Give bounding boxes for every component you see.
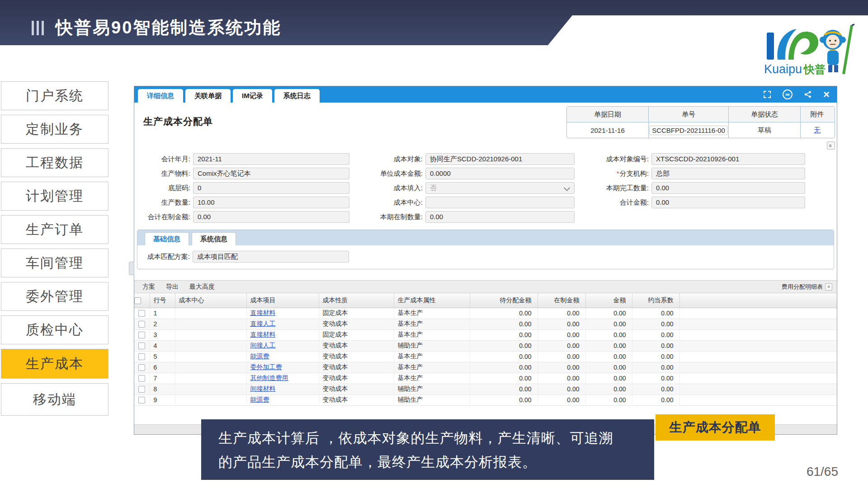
close-icon[interactable]: × (823, 89, 830, 100)
sidebar-item-label: 计划管理 (26, 187, 84, 206)
col-header-cost-item[interactable]: 成本项目 (246, 293, 319, 308)
col-header-cost-nature[interactable]: 成本性质 (319, 293, 394, 308)
cost-item-link[interactable]: 委外加工费 (250, 363, 282, 371)
prod-qty-field[interactable]: 10.00 (193, 197, 349, 208)
row-checkbox[interactable] (138, 386, 145, 393)
fiscal-period-field[interactable]: 2021-11 (193, 153, 349, 165)
attachment-link[interactable]: 无 (814, 126, 821, 135)
cost-object-no-field[interactable]: XTSCSCDD-20210926-001 (651, 153, 805, 165)
col-header-row-no[interactable]: 行号 (150, 293, 175, 308)
row-checkbox[interactable] (138, 310, 145, 317)
erp-window: 详细信息 关联单据 IM记录 系统日志 IM × 生产成本分配单 单据日期 单号… (134, 86, 837, 435)
toolbar-export-button[interactable]: 导出 (166, 283, 179, 291)
sidebar-item-quality-center[interactable]: 质检中心 (1, 315, 108, 344)
cost-item-link[interactable]: 能源费 (250, 396, 269, 403)
cell-cost-item: 能源费 (246, 394, 319, 405)
cell-pending-amount: 0.00 (470, 308, 538, 319)
col-header-amount[interactable]: 金额 (585, 293, 632, 308)
cell-cost-center (175, 329, 246, 340)
cell-pending-amount: 0.00 (470, 319, 538, 329)
completed-qty-field[interactable]: 0.00 (651, 182, 805, 194)
sidebar-item-portal[interactable]: 门户系统 (1, 81, 108, 110)
sidebar-item-plan-management[interactable]: 计划管理 (1, 182, 108, 211)
cost-item-link[interactable]: 其他制造费用 (250, 374, 288, 381)
field-label-unit-cost: 单位成本金额: (363, 169, 425, 178)
cell-amount: 0.00 (585, 319, 632, 329)
row-checkbox[interactable] (138, 353, 145, 360)
low-level-code-field[interactable]: 0 (193, 182, 349, 194)
sidebar-item-outsourcing[interactable]: 委外管理 (1, 282, 108, 311)
select-all-checkbox[interactable] (134, 297, 141, 304)
col-header-equiv-coeff[interactable]: 约当系数 (632, 293, 679, 308)
grid-collapse-button[interactable]: « (825, 283, 832, 291)
cost-item-link[interactable]: 能源费 (250, 352, 269, 360)
cell-row-no: 2 (150, 319, 175, 329)
cell-pending-amount: 0.00 (470, 373, 538, 384)
cell-cost-nature: 变动成本 (319, 373, 394, 384)
cell-equiv-coeff: 0.00 (632, 308, 679, 319)
branch-field[interactable]: 总部 (651, 168, 805, 179)
panel-collapse-handle[interactable] (129, 262, 134, 275)
toolbar-scheme-button[interactable]: 方案 (142, 283, 155, 291)
cell-cost-center (175, 319, 246, 329)
row-checkbox[interactable] (138, 343, 145, 349)
period-wip-qty-field[interactable]: 0.00 (425, 211, 575, 223)
row-select-cell (134, 362, 150, 373)
cost-detail-table: 行号 成本中心 成本项目 成本性质 生产成本属性 待分配金额 在制金额 金额 约… (134, 293, 837, 406)
cost-match-row: 成本匹配方案: 成本项目匹配 (137, 251, 834, 263)
cell-row-no: 6 (150, 362, 175, 373)
subtab-system-info[interactable]: 系统信息 (192, 232, 236, 245)
col-header-prod-attr[interactable]: 生产成本属性 (394, 293, 470, 308)
table-row: 7 其他制造费用 变动成本 基本生产 0.00 0.00 0.00 0.00 (134, 373, 837, 384)
tab-im-records[interactable]: IM记录 (233, 89, 272, 103)
row-checkbox[interactable] (138, 397, 145, 404)
cell-cost-nature: 变动成本 (319, 362, 394, 373)
col-header-wip-amount[interactable]: 在制金额 (538, 293, 585, 308)
cost-item-link[interactable]: 间接人工 (250, 342, 276, 349)
tab-related-documents[interactable]: 关联单据 (185, 89, 231, 103)
col-header-pending-amount[interactable]: 待分配金额 (470, 293, 538, 308)
cost-center-field[interactable] (425, 197, 575, 208)
cost-item-link[interactable]: 间接材料 (250, 385, 276, 392)
row-select-cell (134, 340, 150, 351)
cost-item-link[interactable]: 直接材料 (250, 331, 276, 338)
sidebar-item-custom-business[interactable]: 定制业务 (1, 115, 108, 144)
unit-cost-field[interactable]: 0.0000 (425, 168, 575, 179)
share-icon[interactable] (804, 91, 811, 98)
subtab-basic-info[interactable]: 基础信息 (145, 232, 189, 245)
window-controls: IM × (764, 86, 830, 103)
slide-title: 快普易90智能制造系统功能 (56, 16, 281, 39)
sidebar-item-engineering-data[interactable]: 工程数据 (1, 148, 108, 177)
row-checkbox[interactable] (138, 375, 145, 382)
im-icon[interactable]: IM (783, 89, 793, 99)
col-header-cost-center[interactable]: 成本中心 (175, 293, 246, 308)
sidebar: 门户系统 定制业务 工程数据 计划管理 生产订单 车间管理 委外管理 质检中心 … (1, 81, 108, 420)
sidebar-item-mobile[interactable]: 移动端 (1, 383, 108, 416)
cost-item-link[interactable]: 直接人工 (250, 320, 276, 327)
material-field[interactable]: Comix齐心笔记本 (193, 168, 349, 179)
tab-detail-info[interactable]: 详细信息 (138, 89, 183, 103)
cost-item-link[interactable]: 直接材料 (250, 309, 276, 316)
tab-system-log[interactable]: 系统日志 (274, 89, 320, 103)
cell-amount: 0.00 (585, 340, 632, 351)
total-wip-amount-field[interactable]: 0.00 (193, 211, 349, 223)
cost-match-scheme-field[interactable]: 成本项目匹配 (193, 251, 349, 263)
total-amount-field[interactable]: 0.00 (651, 197, 805, 208)
fullscreen-icon[interactable] (764, 91, 771, 98)
cell-filler (679, 319, 837, 329)
row-checkbox[interactable] (138, 332, 145, 338)
table-row: 9 能源费 变动成本 辅助生产 0.00 0.00 0.00 0.00 (134, 394, 837, 405)
field-label-total-amount: 合计金额: (585, 198, 651, 207)
cell-prod-attr: 辅助生产 (394, 384, 470, 394)
chevron-down-icon (564, 185, 570, 191)
collapse-header-button[interactable]: « (827, 141, 835, 150)
row-checkbox[interactable] (138, 364, 145, 371)
cell-cost-item: 直接材料 (246, 308, 319, 319)
cost-fill-select[interactable]: 否 (425, 182, 575, 194)
cost-object-field[interactable]: 协同生产SCDD-20210926-001 (425, 153, 575, 165)
sidebar-item-workshop[interactable]: 车间管理 (1, 249, 108, 277)
toolbar-max-height-button[interactable]: 最大高度 (189, 283, 215, 291)
row-checkbox[interactable] (138, 321, 145, 328)
sidebar-item-production-cost[interactable]: 生产成本 (1, 349, 108, 379)
sidebar-item-production-order[interactable]: 生产订单 (1, 215, 108, 244)
